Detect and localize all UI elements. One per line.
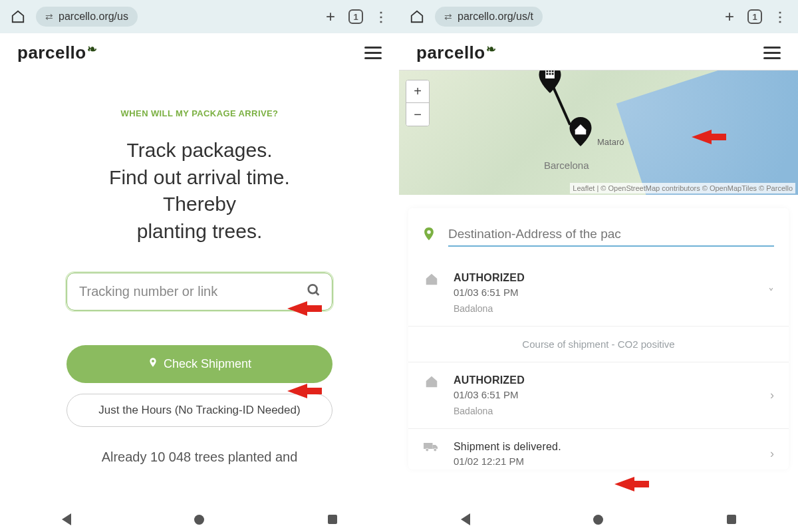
url-text: parcello.org/us <box>59 11 128 23</box>
event-row[interactable]: AUTHORIZED 01/03 6:51 PM Badalona ˅ <box>423 260 774 326</box>
svg-point-10 <box>426 448 429 452</box>
new-tab-button[interactable]: + <box>721 8 738 25</box>
course-label: Course of shipment - CO2 positive <box>423 327 774 362</box>
hero-heading: Track packages. Find out arrival time. T… <box>21 137 378 245</box>
recents-button[interactable] <box>328 515 337 524</box>
hamburger-menu[interactable] <box>364 47 382 59</box>
logo-text: parcello <box>17 43 86 63</box>
map-city-label: Mataró <box>597 137 624 147</box>
leaf-icon: ❧ <box>87 42 98 57</box>
event-location: Badalona <box>454 406 757 416</box>
location-pin-icon <box>423 227 435 245</box>
destination-marker[interactable] <box>569 117 592 146</box>
destination-address-input[interactable] <box>448 225 774 247</box>
svg-point-11 <box>434 448 437 452</box>
tab-switcher[interactable]: 1 <box>747 9 762 24</box>
check-shipment-button[interactable]: Check Shipment <box>66 345 332 383</box>
truck-icon <box>423 441 440 467</box>
screenshot-left: ⇄ parcello.org/us + 1 ⋮ parcello❧ WHEN W… <box>0 0 399 532</box>
event-row[interactable]: AUTHORIZED 01/03 6:51 PM Badalona › <box>423 362 774 428</box>
svg-rect-6 <box>547 73 549 75</box>
tracking-input[interactable] <box>79 284 296 299</box>
site-settings-icon: ⇄ <box>444 11 452 22</box>
home-icon[interactable] <box>9 8 27 25</box>
logo[interactable]: parcello❧ <box>416 43 496 63</box>
url-bar[interactable]: ⇄ parcello.org/us/t <box>435 7 543 27</box>
event-title: AUTHORIZED <box>454 272 755 284</box>
svg-rect-5 <box>552 70 554 72</box>
home-icon[interactable] <box>408 8 426 25</box>
search-icon[interactable] <box>307 283 321 301</box>
event-title: Shipment is delivered. <box>454 441 757 453</box>
event-location: Badalona <box>454 303 755 314</box>
event-time: 01/03 6:51 PM <box>454 287 755 298</box>
app-header: parcello❧ <box>0 33 399 70</box>
new-tab-button[interactable]: + <box>322 8 339 25</box>
svg-rect-4 <box>549 70 551 72</box>
home-button[interactable] <box>194 515 204 525</box>
results-card: AUTHORIZED 01/03 6:51 PM Badalona ˅ Cour… <box>408 208 789 469</box>
chevron-right-icon: › <box>770 388 774 402</box>
back-button[interactable] <box>62 513 71 525</box>
screenshot-right: ⇄ parcello.org/us/t + 1 ⋮ parcello❧ + − <box>399 0 798 532</box>
map-attribution: Leaflet | © OpenStreetMap contributors ©… <box>570 183 795 194</box>
event-row[interactable]: Shipment is delivered. 01/02 12:21 PM › <box>423 429 774 469</box>
logo[interactable]: parcello❧ <box>17 43 97 63</box>
map-city-label: Barcelona <box>544 160 589 171</box>
zoom-in-button[interactable]: + <box>406 80 429 103</box>
home-button[interactable] <box>593 515 603 525</box>
url-text: parcello.org/us/t <box>458 11 533 23</box>
page-content: + − Mataró Barcelona Leaflet | © OpenStr… <box>399 70 798 507</box>
svg-rect-8 <box>552 73 554 75</box>
pin-icon <box>148 357 158 371</box>
url-bar[interactable]: ⇄ parcello.org/us <box>36 7 138 27</box>
event-time: 01/03 6:51 PM <box>454 389 757 400</box>
back-button[interactable] <box>461 513 470 525</box>
svg-rect-9 <box>424 443 433 449</box>
android-nav-bar <box>0 507 399 532</box>
app-header: parcello❧ <box>399 33 798 70</box>
recents-button[interactable] <box>727 515 736 524</box>
just-hours-button[interactable]: Just the Hours (No Tracking-ID Needed) <box>66 394 332 427</box>
android-nav-bar <box>399 507 798 532</box>
map[interactable]: + − Mataró Barcelona Leaflet | © OpenStr… <box>399 70 798 195</box>
trees-note: Already 10 048 trees planted and <box>21 450 378 465</box>
svg-rect-7 <box>549 73 551 75</box>
event-time: 01/02 12:21 PM <box>454 456 757 467</box>
check-shipment-label: Check Shipment <box>164 357 251 371</box>
menu-icon[interactable]: ⋮ <box>372 8 390 25</box>
zoom-control: + − <box>406 80 430 126</box>
tab-switcher[interactable]: 1 <box>348 9 363 24</box>
site-settings-icon: ⇄ <box>45 11 53 22</box>
event-title: AUTHORIZED <box>454 374 757 386</box>
browser-toolbar: ⇄ parcello.org/us + 1 ⋮ <box>0 0 399 33</box>
svg-point-0 <box>309 285 317 293</box>
logo-text: parcello <box>416 43 485 63</box>
chevron-right-icon: › <box>770 447 774 461</box>
svg-line-1 <box>316 292 319 295</box>
home-icon <box>423 272 440 314</box>
page-content: WHEN WILL MY PACKAGE ARRIVE? Track packa… <box>0 70 399 507</box>
zoom-out-button[interactable]: − <box>406 103 429 126</box>
menu-icon[interactable]: ⋮ <box>771 8 789 25</box>
eyebrow-text: WHEN WILL MY PACKAGE ARRIVE? <box>21 108 378 118</box>
chevron-down-icon: ˅ <box>768 286 774 301</box>
home-icon <box>423 374 440 416</box>
leaf-icon: ❧ <box>486 42 497 57</box>
hamburger-menu[interactable] <box>763 47 781 59</box>
browser-toolbar: ⇄ parcello.org/us/t + 1 ⋮ <box>399 0 798 33</box>
svg-rect-3 <box>547 70 549 72</box>
origin-marker[interactable] <box>539 70 561 93</box>
